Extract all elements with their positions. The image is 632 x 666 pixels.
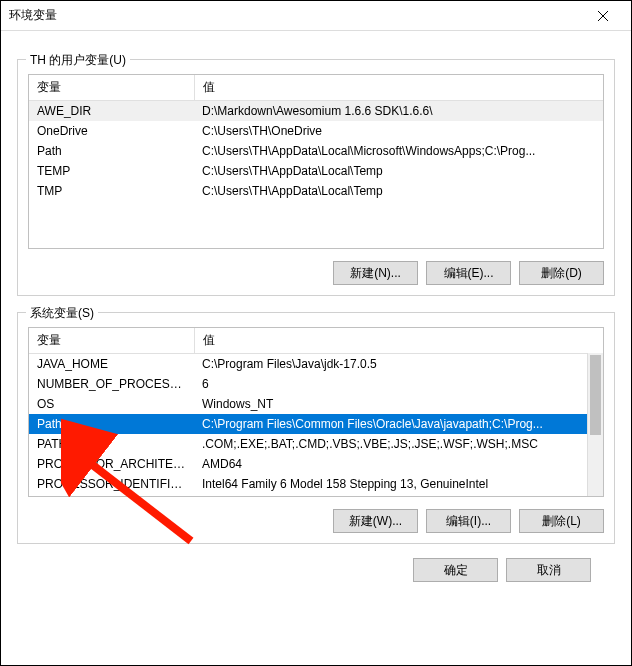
sys-vars-label: 系统变量(S) bbox=[26, 305, 98, 322]
user-vars-table[interactable]: 变量 值 AWE_DIR D:\Markdown\Awesomium 1.6.6… bbox=[29, 75, 603, 201]
col-header-var[interactable]: 变量 bbox=[29, 75, 194, 101]
cell-var: TEMP bbox=[29, 161, 194, 181]
cell-val: D:\Markdown\Awesomium 1.6.6 SDK\1.6.6\ bbox=[194, 101, 603, 122]
cell-var: TMP bbox=[29, 181, 194, 201]
user-vars-table-wrap: 变量 值 AWE_DIR D:\Markdown\Awesomium 1.6.6… bbox=[28, 74, 604, 249]
cell-var: Path bbox=[29, 414, 194, 434]
dialog-buttons: 确定 取消 bbox=[17, 544, 615, 582]
cell-val: C:\Program Files\Common Files\Oracle\Jav… bbox=[194, 414, 603, 434]
cell-val: Intel64 Family 6 Model 158 Stepping 13, … bbox=[194, 474, 603, 494]
delete-user-var-button[interactable]: 删除(D) bbox=[519, 261, 604, 285]
cell-var: PROCESSOR_IDENTIFIER bbox=[29, 474, 194, 494]
sys-vars-table[interactable]: 变量 值 JAVA_HOME C:\Program Files\Java\jdk… bbox=[29, 328, 603, 494]
table-row[interactable]: PROCESSOR_IDENTIFIER Intel64 Family 6 Mo… bbox=[29, 474, 603, 494]
cell-var: Path bbox=[29, 141, 194, 161]
sys-vars-group: 系统变量(S) 变量 值 JAVA_HOME C:\Program Files\… bbox=[17, 312, 615, 544]
cell-val: C:\Users\TH\AppData\Local\Temp bbox=[194, 181, 603, 201]
table-row[interactable]: TMP C:\Users\TH\AppData\Local\Temp bbox=[29, 181, 603, 201]
sys-vars-buttons: 新建(W)... 编辑(I)... 删除(L) bbox=[28, 509, 604, 533]
edit-sys-var-button[interactable]: 编辑(I)... bbox=[426, 509, 511, 533]
edit-user-var-button[interactable]: 编辑(E)... bbox=[426, 261, 511, 285]
table-row[interactable]: PROCESSOR_ARCHITECT... AMD64 bbox=[29, 454, 603, 474]
user-vars-buttons: 新建(N)... 编辑(E)... 删除(D) bbox=[28, 261, 604, 285]
table-row[interactable]: Path C:\Users\TH\AppData\Local\Microsoft… bbox=[29, 141, 603, 161]
cell-var: PATHEXT bbox=[29, 434, 194, 454]
cell-val: 6 bbox=[194, 374, 603, 394]
sys-vars-table-wrap: 变量 值 JAVA_HOME C:\Program Files\Java\jdk… bbox=[28, 327, 604, 497]
cell-val: .COM;.EXE;.BAT;.CMD;.VBS;.VBE;.JS;.JSE;.… bbox=[194, 434, 603, 454]
table-row[interactable]: JAVA_HOME C:\Program Files\Java\jdk-17.0… bbox=[29, 354, 603, 375]
cell-val: Windows_NT bbox=[194, 394, 603, 414]
cell-val: C:\Program Files\Java\jdk-17.0.5 bbox=[194, 354, 603, 375]
cell-val: C:\Users\TH\AppData\Local\Microsoft\Wind… bbox=[194, 141, 603, 161]
cell-var: PROCESSOR_ARCHITECT... bbox=[29, 454, 194, 474]
col-header-val[interactable]: 值 bbox=[194, 75, 603, 101]
user-vars-group: TH 的用户变量(U) 变量 值 AWE_DIR D:\Markdown\Awe… bbox=[17, 59, 615, 296]
table-row[interactable]: OneDrive C:\Users\TH\OneDrive bbox=[29, 121, 603, 141]
new-user-var-button[interactable]: 新建(N)... bbox=[333, 261, 418, 285]
scrollbar[interactable] bbox=[587, 353, 603, 496]
scroll-thumb[interactable] bbox=[590, 355, 601, 435]
cancel-button[interactable]: 取消 bbox=[506, 558, 591, 582]
ok-button[interactable]: 确定 bbox=[413, 558, 498, 582]
cell-var: AWE_DIR bbox=[29, 101, 194, 122]
close-icon bbox=[598, 11, 608, 21]
table-row[interactable]: OS Windows_NT bbox=[29, 394, 603, 414]
col-header-val[interactable]: 值 bbox=[194, 328, 603, 354]
window-title: 环境变量 bbox=[9, 7, 583, 24]
close-button[interactable] bbox=[583, 2, 623, 30]
cell-val: AMD64 bbox=[194, 454, 603, 474]
cell-var: NUMBER_OF_PROCESSORS bbox=[29, 374, 194, 394]
cell-val: C:\Users\TH\AppData\Local\Temp bbox=[194, 161, 603, 181]
titlebar: 环境变量 bbox=[1, 1, 631, 31]
cell-val: C:\Users\TH\OneDrive bbox=[194, 121, 603, 141]
table-row[interactable]: TEMP C:\Users\TH\AppData\Local\Temp bbox=[29, 161, 603, 181]
col-header-var[interactable]: 变量 bbox=[29, 328, 194, 354]
table-row[interactable]: PATHEXT .COM;.EXE;.BAT;.CMD;.VBS;.VBE;.J… bbox=[29, 434, 603, 454]
new-sys-var-button[interactable]: 新建(W)... bbox=[333, 509, 418, 533]
table-row-selected[interactable]: Path C:\Program Files\Common Files\Oracl… bbox=[29, 414, 603, 434]
cell-var: OS bbox=[29, 394, 194, 414]
cell-var: OneDrive bbox=[29, 121, 194, 141]
table-row[interactable]: NUMBER_OF_PROCESSORS 6 bbox=[29, 374, 603, 394]
table-row[interactable]: AWE_DIR D:\Markdown\Awesomium 1.6.6 SDK\… bbox=[29, 101, 603, 122]
delete-sys-var-button[interactable]: 删除(L) bbox=[519, 509, 604, 533]
cell-var: JAVA_HOME bbox=[29, 354, 194, 375]
user-vars-label: TH 的用户变量(U) bbox=[26, 52, 130, 69]
